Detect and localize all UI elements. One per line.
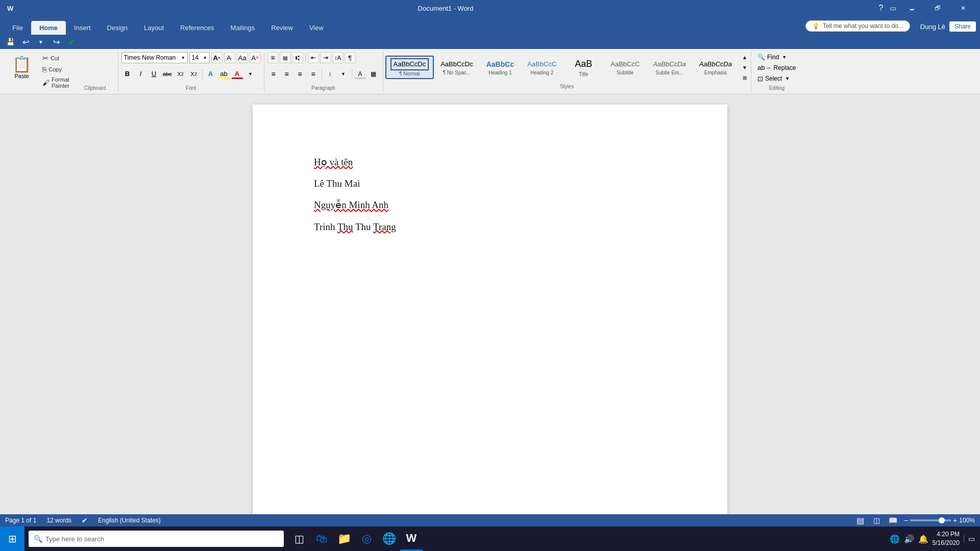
- numbering-button[interactable]: ≣: [280, 52, 291, 63]
- undo-button[interactable]: ↩: [19, 36, 32, 48]
- style-heading2[interactable]: AaBbCcC Heading 2: [521, 57, 563, 78]
- tab-mailings[interactable]: Mailings: [223, 21, 263, 35]
- find-dropdown[interactable]: ▼: [782, 55, 787, 60]
- italic-button[interactable]: I: [135, 68, 147, 80]
- styles-scroll-up[interactable]: ▲: [741, 52, 749, 62]
- sort-button[interactable]: ↕A: [332, 52, 344, 63]
- zoom-in-button[interactable]: +: [953, 516, 957, 524]
- increase-indent-button[interactable]: ⇥: [320, 52, 331, 63]
- web-layout-button[interactable]: ◫: [871, 515, 883, 526]
- text-effects-button[interactable]: A: [205, 68, 217, 80]
- justify-button[interactable]: ≡: [307, 68, 320, 80]
- redo-button[interactable]: ↪: [50, 36, 62, 48]
- style-no-spacing[interactable]: AaBbCcDc ¶ No Spac...: [434, 57, 480, 78]
- notification-icon[interactable]: 🔔: [918, 534, 928, 544]
- clock[interactable]: 4:20 PM 5/16/2020: [933, 530, 960, 547]
- restore-button[interactable]: 🗗: [926, 0, 949, 16]
- highlight-button[interactable]: ab: [218, 68, 230, 80]
- spellcheck-button[interactable]: ✔: [65, 36, 78, 48]
- zoom-thumb[interactable]: [939, 517, 945, 523]
- chrome-button[interactable]: 🌐: [378, 527, 400, 551]
- tab-view[interactable]: View: [301, 21, 332, 35]
- document-page[interactable]: Họ và tên Lê Thu Mai Nguyễn Minh Anh Tri…: [253, 105, 727, 514]
- tab-review[interactable]: Review: [263, 21, 301, 35]
- font-color-button[interactable]: A: [231, 68, 243, 80]
- browser-button[interactable]: ◎: [355, 527, 378, 551]
- font-color-dropdown[interactable]: ▼: [244, 68, 257, 80]
- subscript-button[interactable]: X2: [175, 68, 187, 80]
- proofing-icon[interactable]: ✔: [82, 516, 88, 524]
- line-spacing-dropdown[interactable]: ▼: [337, 68, 350, 80]
- shading-button[interactable]: A: [354, 68, 366, 80]
- zoom-out-button[interactable]: −: [904, 516, 908, 524]
- zoom-level[interactable]: 100%: [959, 517, 975, 524]
- font-size-dropdown[interactable]: 14 ▼: [189, 52, 210, 63]
- line-spacing-button[interactable]: ↕: [324, 68, 336, 80]
- decrease-indent-button[interactable]: ⇤: [308, 52, 319, 63]
- tab-references[interactable]: References: [172, 21, 222, 35]
- tab-insert[interactable]: Insert: [66, 21, 99, 35]
- save-button[interactable]: 💾: [4, 36, 16, 48]
- share-button[interactable]: Share: [949, 21, 976, 32]
- bullets-button[interactable]: ≡: [267, 52, 279, 63]
- tab-layout[interactable]: Layout: [136, 21, 172, 35]
- print-layout-button[interactable]: ▤: [855, 515, 866, 526]
- font-shrink-button[interactable]: A-: [224, 52, 235, 63]
- borders-button[interactable]: ▦: [368, 68, 380, 80]
- style-heading1[interactable]: AaBbCc Heading 1: [480, 57, 521, 78]
- style-normal[interactable]: AaBbCcDc ¶ Normal: [385, 56, 434, 79]
- tab-file[interactable]: File: [4, 21, 31, 35]
- multilevel-button[interactable]: ⑆: [292, 52, 303, 63]
- show-desktop-button[interactable]: ▭: [964, 535, 975, 543]
- user-name[interactable]: Dung Lê: [920, 23, 945, 31]
- style-subtitle[interactable]: AaBbCcC Subtitle: [604, 57, 646, 78]
- font-grow-button[interactable]: A+: [211, 52, 223, 63]
- language[interactable]: English (United States): [98, 517, 161, 524]
- strikethrough-button[interactable]: abc: [161, 68, 174, 80]
- paste-button[interactable]: 📋 Paste: [8, 53, 35, 81]
- file-explorer-button[interactable]: 📁: [333, 527, 355, 551]
- close-button[interactable]: ✕: [951, 0, 975, 16]
- align-center-button[interactable]: ≡: [281, 68, 293, 80]
- replace-button[interactable]: ab→ Replace: [754, 62, 799, 73]
- minimize-button[interactable]: 🗕: [900, 0, 924, 16]
- word-count[interactable]: 12 words: [46, 517, 71, 524]
- word-taskbar-button[interactable]: W: [400, 527, 423, 551]
- show-marks-button[interactable]: ¶: [345, 52, 356, 63]
- volume-icon[interactable]: 🔊: [904, 534, 914, 544]
- superscript-button[interactable]: X2: [188, 68, 200, 80]
- format-painter-button[interactable]: 🖌 Format Painter: [40, 76, 71, 90]
- store-button[interactable]: 🛍: [310, 527, 333, 551]
- network-icon[interactable]: 🌐: [890, 534, 900, 544]
- tell-me-box[interactable]: 💡 Tell me what you want to do...: [805, 20, 910, 32]
- zoom-slider[interactable]: [910, 519, 951, 521]
- styles-expand[interactable]: ⊞: [741, 72, 749, 83]
- ribbon-display-icon[interactable]: ▭: [888, 3, 898, 13]
- style-emphasis[interactable]: AaBbCcDa Emphasis: [693, 57, 739, 78]
- cut-button[interactable]: ✂ Cut: [40, 53, 71, 63]
- style-subtle-emphasis[interactable]: AaBbCcDa Subtle Em...: [646, 57, 692, 78]
- tab-design[interactable]: Design: [99, 21, 136, 35]
- task-view-button[interactable]: ◫: [288, 527, 310, 551]
- style-title[interactable]: AaB Title: [563, 56, 604, 79]
- styles-scroll-down[interactable]: ▼: [741, 62, 749, 72]
- align-left-button[interactable]: ≡: [267, 68, 280, 80]
- copy-button[interactable]: ⎘ Copy: [40, 64, 71, 74]
- font-name-dropdown[interactable]: Times New Roman ▼: [121, 52, 188, 63]
- undo-dropdown[interactable]: ▼: [35, 36, 47, 48]
- tab-home[interactable]: Home: [31, 21, 66, 35]
- read-mode-button[interactable]: 📖: [888, 515, 899, 526]
- select-button[interactable]: ⊡ Select ▼: [754, 73, 799, 84]
- start-button[interactable]: ⊞: [0, 527, 24, 551]
- change-case-button[interactable]: Aa: [237, 52, 248, 63]
- underline-button[interactable]: U: [148, 68, 160, 80]
- clear-format-button[interactable]: A⊘: [250, 52, 261, 63]
- bold-button[interactable]: B: [121, 68, 134, 80]
- page-indicator[interactable]: Page 1 of 1: [5, 517, 36, 524]
- find-button[interactable]: 🔍 Find ▼: [754, 52, 799, 62]
- taskbar-search[interactable]: 🔍 Type here to search: [29, 531, 284, 547]
- align-right-button[interactable]: ≡: [294, 68, 306, 80]
- document-content[interactable]: Họ và tên Lê Thu Mai Nguyễn Minh Anh Tri…: [314, 154, 666, 236]
- help-icon[interactable]: ?: [876, 3, 886, 13]
- select-dropdown[interactable]: ▼: [785, 76, 790, 81]
